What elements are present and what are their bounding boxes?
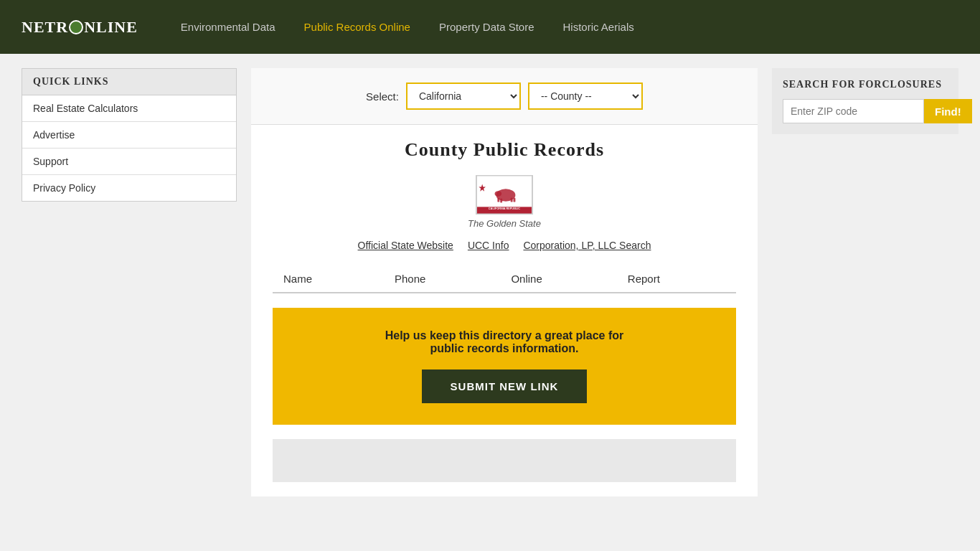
records-section: County Public Records	[251, 124, 758, 496]
table-header-row: Name Phone Online Report	[273, 265, 736, 293]
col-report: Report	[617, 265, 736, 293]
nav-environmental[interactable]: Environmental Data	[181, 21, 275, 33]
col-name: Name	[273, 265, 384, 293]
state-links: Official State Website UCC Info Corporat…	[273, 240, 736, 251]
main-content: Select: California -- County -- County P…	[251, 68, 758, 496]
find-button[interactable]: Find!	[924, 99, 972, 123]
state-caption: The Golden State	[468, 218, 541, 229]
main-nav: Environmental Data Public Records Online…	[181, 21, 634, 33]
svg-point-4	[495, 191, 502, 197]
submit-new-link-button[interactable]: SUBMIT NEW LINK	[422, 369, 588, 403]
foreclosure-input-row: Find!	[783, 99, 948, 123]
quick-links-heading: Quick Links	[22, 68, 237, 95]
sidebar-item-real-estate[interactable]: Real Estate Calculators	[22, 95, 236, 122]
cta-text: Help us keep this directory a great plac…	[287, 329, 722, 355]
logo[interactable]: NETRNLINE	[22, 18, 138, 37]
sidebar: Quick Links Real Estate Calculators Adve…	[22, 68, 237, 496]
right-sidebar: Search for Forclosures Find!	[772, 68, 958, 496]
cta-line1: Help us keep this directory a great plac…	[385, 329, 624, 342]
state-flag-container: CALIFORNIA REPUBLIC The Golden State	[273, 175, 736, 229]
california-flag: CALIFORNIA REPUBLIC	[476, 175, 533, 215]
corp-search-link[interactable]: Corporation, LP, LLC Search	[523, 240, 651, 251]
official-state-website-link[interactable]: Official State Website	[358, 240, 453, 251]
nav-public-records[interactable]: Public Records Online	[304, 21, 410, 33]
ucc-info-link[interactable]: UCC Info	[468, 240, 509, 251]
records-table: Name Phone Online Report	[273, 265, 736, 293]
bottom-section	[273, 439, 736, 482]
quick-links-list: Real Estate Calculators Advertise Suppor…	[22, 95, 237, 202]
foreclosure-title: Search for Forclosures	[783, 79, 948, 90]
svg-rect-5	[497, 198, 499, 202]
main-layout: Quick Links Real Estate Calculators Adve…	[0, 54, 980, 511]
sidebar-item-support[interactable]: Support	[22, 149, 236, 175]
cta-line2: public records information.	[430, 342, 578, 354]
nav-historic-aerials[interactable]: Historic Aerials	[563, 21, 634, 33]
sidebar-item-advertise[interactable]: Advertise	[22, 122, 236, 149]
foreclosure-box: Search for Forclosures Find!	[772, 68, 958, 134]
zip-input[interactable]	[783, 99, 924, 123]
globe-icon	[69, 20, 83, 34]
col-online: Online	[500, 265, 616, 293]
col-phone: Phone	[384, 265, 500, 293]
section-title: County Public Records	[273, 139, 736, 161]
main-header: NETRNLINE Environmental Data Public Reco…	[0, 0, 980, 54]
svg-rect-6	[500, 199, 502, 203]
svg-rect-8	[514, 198, 516, 202]
sidebar-item-privacy[interactable]: Privacy Policy	[22, 175, 236, 201]
select-bar: Select: California -- County --	[251, 68, 758, 124]
state-select[interactable]: California	[406, 83, 521, 110]
svg-text:CALIFORNIA REPUBLIC: CALIFORNIA REPUBLIC	[489, 207, 520, 210]
nav-property-data[interactable]: Property Data Store	[439, 21, 534, 33]
county-select[interactable]: -- County --	[528, 83, 643, 110]
cta-banner: Help us keep this directory a great plac…	[273, 308, 736, 425]
select-label: Select:	[366, 90, 399, 103]
svg-rect-7	[511, 198, 513, 202]
